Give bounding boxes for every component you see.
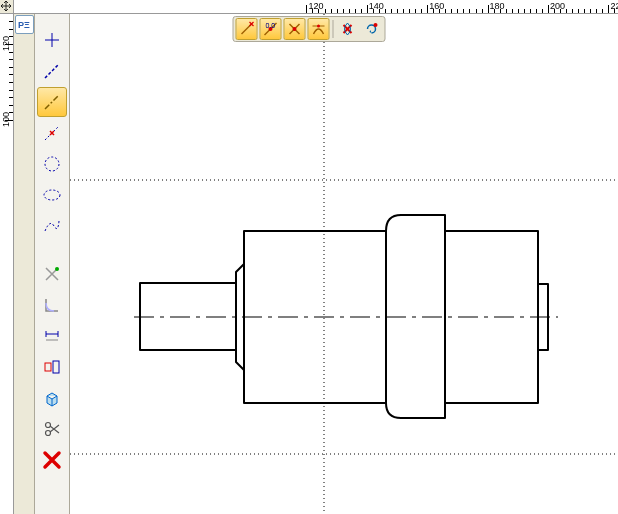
tool-ellipse-dashed[interactable]	[37, 180, 67, 210]
tool-line-centerline[interactable]	[37, 87, 67, 117]
tool-box-3d[interactable]	[37, 383, 67, 413]
tool-circle[interactable]	[37, 149, 67, 179]
tool-spline[interactable]	[37, 211, 67, 241]
ctx-snap-off[interactable]	[337, 18, 359, 40]
svg-point-5	[45, 157, 59, 171]
ctx-snap-endpoint[interactable]	[236, 18, 258, 40]
svg-rect-9	[53, 361, 59, 373]
tool-align[interactable]	[37, 352, 67, 382]
ctx-snap-midpoint[interactable]: 0.0	[260, 18, 282, 40]
svg-point-10	[46, 423, 51, 428]
svg-point-23	[293, 27, 297, 31]
sidebar-tools	[35, 14, 70, 514]
svg-rect-8	[45, 363, 51, 371]
tool-trim-x[interactable]	[37, 259, 67, 289]
ruler-origin[interactable]	[0, 0, 14, 14]
tool-delete-x[interactable]	[37, 445, 67, 475]
svg-point-25	[374, 23, 378, 27]
ctx-snap-refresh[interactable]	[361, 18, 383, 40]
tool-line-marker[interactable]	[37, 118, 67, 148]
svg-point-6	[44, 190, 60, 200]
svg-point-11	[46, 431, 51, 436]
ruler-horizontal[interactable]: 120140160180200220	[14, 0, 618, 14]
params-button[interactable]: PΞ	[15, 15, 34, 34]
sidebar-narrow: PΞ	[14, 14, 35, 514]
ruler-vertical[interactable]: 100120	[0, 14, 14, 514]
svg-text:0.0: 0.0	[266, 22, 276, 29]
svg-line-3	[45, 95, 59, 109]
svg-point-24	[317, 25, 320, 28]
svg-point-7	[55, 267, 59, 271]
svg-line-2	[45, 64, 59, 78]
drawing-canvas[interactable]	[70, 14, 618, 514]
tool-scissors[interactable]	[37, 414, 67, 444]
tool-line-dashed[interactable]	[37, 56, 67, 86]
ctx-snap-perpendicular[interactable]	[284, 18, 306, 40]
ctx-snap-tangent[interactable]	[308, 18, 330, 40]
context-toolbar: 0.0	[233, 16, 386, 42]
drawing-content	[70, 14, 618, 514]
tool-corner[interactable]	[37, 290, 67, 320]
tool-measure[interactable]	[37, 321, 67, 351]
tool-point[interactable]	[37, 25, 67, 55]
